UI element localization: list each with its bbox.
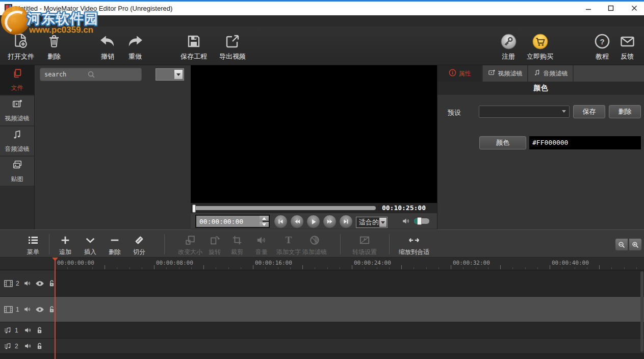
plus-icon — [54, 233, 76, 247]
chevron-down-icon — [174, 70, 183, 79]
lock-toggle-icon[interactable] — [36, 326, 43, 334]
menu-file[interactable]: 文件 — [1, 15, 20, 27]
search-input[interactable] — [40, 68, 141, 81]
video-track-icon — [4, 280, 13, 287]
visibility-toggle-icon[interactable] — [35, 306, 44, 313]
file-view-dropdown[interactable] — [156, 68, 184, 81]
volume-handle[interactable] — [417, 217, 422, 225]
seek-bar[interactable] — [192, 206, 376, 210]
color-picker-button[interactable]: 颜色 — [479, 136, 526, 149]
preview-zoom-value: 适合的 — [359, 218, 379, 226]
audio-track-icon — [4, 327, 12, 334]
track-lane-v2[interactable] — [55, 270, 644, 296]
skip-to-start-button[interactable] — [274, 215, 288, 228]
split-button[interactable]: 切分 — [128, 233, 150, 255]
rewind-button[interactable] — [290, 215, 304, 228]
resize-button: 改变大小 — [175, 233, 205, 255]
menu-list-icon — [19, 233, 47, 247]
play-button[interactable] — [306, 215, 320, 228]
playhead[interactable] — [55, 258, 56, 359]
mute-toggle-icon[interactable] — [24, 327, 32, 334]
timecode-down-button[interactable] — [260, 222, 269, 227]
zoom-fit-icon — [396, 233, 432, 247]
track-number: 1 — [16, 306, 20, 313]
tab-video-filters[interactable]: 视频滤镜 — [483, 65, 528, 82]
crop-icon — [226, 233, 248, 247]
insert-button[interactable]: 插入 — [79, 233, 101, 255]
color-value-field[interactable]: #FF000000 — [529, 136, 641, 149]
current-time-input[interactable] — [196, 216, 263, 227]
buy-now-button[interactable]: 立即购买 — [521, 31, 559, 63]
save-project-button[interactable]: 保存工程 — [174, 31, 213, 63]
sidebar-tab-stickers[interactable]: 贴图 — [0, 157, 34, 186]
track-lane-v1[interactable] — [55, 297, 644, 322]
volume-icon — [250, 233, 273, 247]
ruler-major-ticks — [55, 265, 644, 269]
timeline: 00:00:00:00 00:00:08:00 00:00:16:00 00:0… — [0, 258, 644, 359]
preset-save-button[interactable]: 保存 — [573, 105, 605, 118]
export-video-label: 导出视频 — [213, 52, 252, 61]
timeline-scrollbar[interactable] — [640, 271, 643, 352]
track-header-a2[interactable]: 2 — [0, 339, 55, 353]
volume-slider[interactable] — [414, 218, 429, 224]
insert-label: 插入 — [84, 248, 96, 255]
menu-edit[interactable]: 编辑 — [20, 15, 40, 27]
section-title: 颜色 — [437, 82, 644, 95]
app-icon — [5, 4, 12, 12]
close-button[interactable] — [624, 2, 644, 15]
timeline-zoom-out-button[interactable] — [615, 238, 628, 251]
timecode-up-button[interactable] — [260, 216, 269, 221]
save-project-label: 保存工程 — [174, 52, 213, 61]
split-icon — [128, 233, 150, 247]
track-header-a1[interactable]: 1 — [0, 322, 55, 338]
lock-toggle-icon[interactable] — [36, 342, 43, 350]
redo-button[interactable]: 重做 — [116, 31, 154, 63]
delete-label: 删除 — [35, 52, 73, 61]
timeline-zoom-in-button[interactable] — [629, 238, 642, 251]
ripple-delete-button[interactable]: 删除 — [104, 233, 126, 255]
chevron-down-icon — [562, 110, 566, 113]
preview-zoom-dropdown[interactable]: 适合的 — [356, 217, 388, 228]
playhead-handle[interactable] — [52, 258, 58, 261]
export-video-button[interactable]: 导出视频 — [213, 31, 252, 63]
delete-button[interactable]: 删除 — [35, 31, 73, 63]
sidebar-tab-files[interactable]: 文件 — [0, 65, 34, 95]
mute-toggle-icon[interactable] — [23, 306, 32, 313]
track-header-v2[interactable]: 2 — [0, 270, 55, 296]
skip-to-end-button[interactable] — [339, 215, 353, 228]
track-lane-a1[interactable] — [55, 322, 644, 338]
append-button[interactable]: 追加 — [54, 233, 76, 255]
menu-help[interactable]: 帮助 — [58, 15, 78, 27]
export-icon — [213, 31, 252, 52]
fast-forward-button[interactable] — [323, 215, 337, 228]
crop-button: 裁剪 — [226, 233, 248, 255]
visibility-toggle-icon[interactable] — [35, 280, 44, 287]
timeline-menu-button[interactable]: 菜单 — [19, 233, 47, 255]
toolbar-separator — [340, 234, 341, 254]
zoom-fit-button[interactable]: 缩放到合适 — [396, 233, 432, 255]
mute-toggle-icon[interactable] — [24, 343, 32, 349]
preset-dropdown[interactable] — [479, 106, 570, 118]
menu-settings[interactable]: 设置 — [40, 15, 59, 27]
moviemator-window: Untitled - MovieMator Video Editor Pro (… — [0, 0, 644, 359]
sidebar-tab-audio-filters[interactable]: 音频滤镜 — [0, 126, 34, 156]
sidebar-tab-stickers-label: 贴图 — [11, 175, 23, 184]
minimize-button[interactable] — [578, 2, 599, 15]
tab-properties[interactable]: 属性 — [437, 65, 483, 82]
speaker-icon[interactable] — [402, 217, 410, 227]
seek-handle[interactable] — [192, 204, 196, 213]
mute-toggle-icon[interactable] — [23, 280, 32, 287]
preset-delete-button[interactable]: 删除 — [609, 105, 641, 118]
sidebar-tab-video-filters[interactable]: 视频滤镜 — [0, 96, 34, 125]
preset-save-label: 保存 — [583, 107, 596, 116]
menubar: 文件 编辑 设置 帮助 — [0, 15, 644, 27]
volume-button: 音量 — [250, 233, 273, 255]
preset-label: 预设 — [448, 108, 461, 117]
maximize-button[interactable] — [600, 2, 622, 15]
feedback-button[interactable]: 反馈 — [608, 31, 644, 63]
redo-icon — [116, 31, 154, 52]
timeline-ruler[interactable]: 00:00:00:00 00:00:08:00 00:00:16:00 00:0… — [0, 258, 644, 270]
track-header-v1[interactable]: 1 — [0, 297, 55, 322]
track-lane-a2[interactable] — [55, 339, 644, 353]
tab-audio-filters[interactable]: 音频滤镜 — [528, 65, 574, 82]
